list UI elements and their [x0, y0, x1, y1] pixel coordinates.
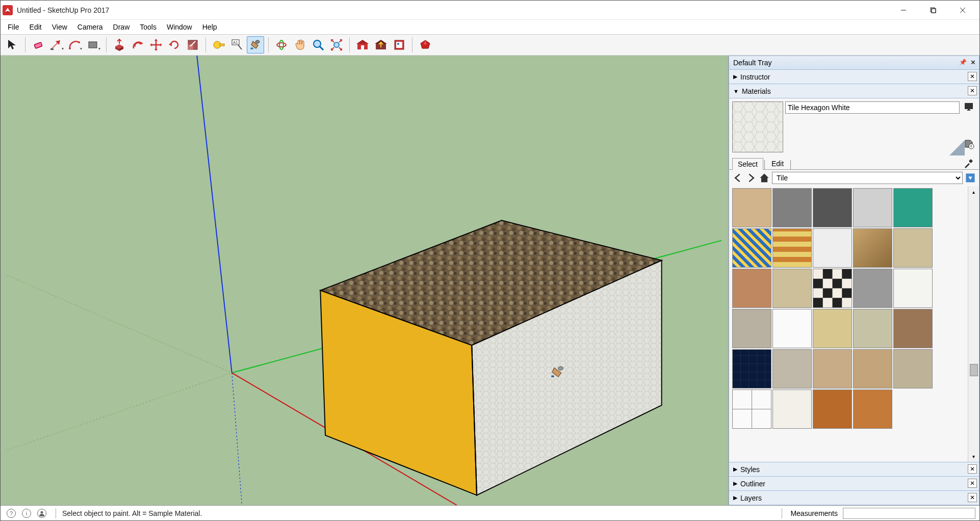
menu-window[interactable]: Window [162, 21, 197, 33]
material-swatch[interactable] [893, 228, 933, 268]
rotate-tool[interactable] [166, 36, 183, 54]
measurements-label: Measurements [785, 509, 843, 517]
close-button[interactable] [948, 1, 977, 20]
measurements-input[interactable] [843, 508, 975, 519]
scroll-down-button[interactable]: ▾ [969, 452, 978, 461]
tray-title[interactable]: Default Tray 📌 ✕ [729, 56, 979, 70]
menu-help[interactable]: Help [197, 21, 222, 33]
tab-edit[interactable]: Edit [766, 158, 789, 169]
material-swatch[interactable] [893, 269, 933, 308]
material-swatch[interactable] [772, 228, 812, 268]
nav-back-button[interactable] [732, 172, 743, 184]
material-swatch[interactable] [772, 389, 812, 429]
material-swatch[interactable] [893, 188, 933, 227]
pin-icon[interactable]: 📌 [959, 59, 967, 66]
material-name-input[interactable] [785, 101, 960, 114]
arc-tool[interactable]: ▾ [66, 36, 84, 54]
eraser-tool[interactable] [30, 36, 47, 54]
material-swatch[interactable] [732, 349, 771, 388]
menu-view[interactable]: View [47, 21, 72, 33]
pan-tool[interactable] [291, 36, 308, 54]
scroll-up-button[interactable]: ▴ [969, 187, 978, 196]
statusbar: ? i Select object to paint. Alt = Sample… [1, 505, 979, 520]
material-swatch[interactable] [853, 228, 892, 268]
paint-tool[interactable] [247, 36, 264, 54]
svg-rect-12 [50, 48, 54, 50]
resize-corner-icon[interactable] [949, 140, 965, 155]
tab-select[interactable]: Select [732, 158, 763, 170]
help-icon[interactable]: ? [7, 509, 16, 518]
material-swatch[interactable] [813, 228, 852, 268]
svg-rect-26 [188, 44, 193, 49]
material-swatch[interactable] [813, 188, 852, 227]
instructor-close-button[interactable]: ✕ [968, 72, 977, 81]
nav-forward-button[interactable] [745, 172, 757, 184]
scale-tool[interactable] [184, 36, 201, 54]
layers-close-button[interactable]: ✕ [968, 493, 977, 502]
info-icon[interactable]: i [22, 509, 31, 518]
menu-file[interactable]: File [3, 21, 24, 33]
material-swatch[interactable] [732, 269, 771, 308]
material-swatch[interactable] [813, 389, 852, 429]
zoom-tool[interactable] [310, 36, 327, 54]
material-swatch[interactable] [813, 309, 852, 348]
material-swatch[interactable] [893, 349, 933, 388]
material-swatch[interactable] [772, 349, 812, 388]
material-swatch[interactable] [853, 269, 892, 308]
styles-close-button[interactable]: ✕ [968, 464, 977, 474]
layers-panel-head[interactable]: ▶ Layers ✕ [729, 491, 979, 505]
text-tool[interactable]: A1 [228, 36, 246, 54]
select-tool[interactable] [4, 36, 21, 54]
line-tool[interactable]: ▾ [48, 36, 65, 54]
pushpull-tool[interactable] [111, 36, 128, 54]
material-swatch[interactable] [853, 309, 892, 348]
minimize-button[interactable] [889, 1, 918, 20]
move-tool[interactable] [147, 36, 165, 54]
library-menu-button[interactable] [965, 172, 976, 184]
materials-close-button[interactable]: ✕ [968, 86, 977, 95]
material-swatch[interactable] [732, 228, 771, 268]
menu-tools[interactable]: Tools [135, 21, 162, 33]
create-material-button[interactable]: + [963, 138, 974, 149]
material-swatch[interactable] [893, 309, 933, 348]
display-secondary-button[interactable] [963, 101, 974, 113]
home-icon[interactable] [759, 172, 770, 184]
menu-camera[interactable]: Camera [72, 21, 108, 33]
materials-panel-head[interactable]: ▼ Materials ✕ [729, 84, 979, 98]
outliner-panel-head[interactable]: ▶ Outliner ✕ [729, 477, 979, 491]
material-swatch[interactable] [732, 389, 771, 429]
material-swatch[interactable] [813, 269, 852, 308]
material-swatch[interactable] [853, 389, 892, 429]
outliner-close-button[interactable]: ✕ [968, 479, 977, 488]
material-swatch[interactable] [772, 309, 812, 348]
material-swatch[interactable] [853, 349, 892, 388]
material-swatch[interactable] [813, 349, 852, 388]
layout-tool[interactable] [391, 36, 408, 54]
shape-tool[interactable]: ▾ [85, 36, 102, 54]
materials-scrollbar[interactable]: ▴ ▾ [968, 186, 979, 462]
zoom-extents-tool[interactable] [328, 36, 345, 54]
material-swatch[interactable] [732, 188, 771, 227]
styles-panel-head[interactable]: ▶ Styles ✕ [729, 462, 979, 477]
material-preview[interactable] [732, 101, 783, 152]
viewport[interactable] [1, 56, 729, 505]
offset-tool[interactable] [129, 36, 146, 54]
material-swatch[interactable] [853, 188, 892, 227]
menu-edit[interactable]: Edit [24, 21, 47, 33]
user-icon[interactable] [37, 509, 46, 518]
maximize-button[interactable] [918, 1, 948, 20]
eyedropper-icon[interactable] [963, 158, 974, 169]
ruby-tool[interactable] [417, 36, 434, 54]
warehouse-get-tool[interactable] [354, 36, 371, 54]
material-swatch[interactable] [772, 269, 812, 308]
scroll-thumb[interactable] [970, 364, 978, 376]
tape-tool[interactable] [210, 36, 227, 54]
material-swatch[interactable] [732, 309, 771, 348]
warehouse-share-tool[interactable] [372, 36, 390, 54]
material-swatch[interactable] [772, 188, 812, 227]
menu-draw[interactable]: Draw [108, 21, 135, 33]
tray-close-button[interactable]: ✕ [969, 59, 977, 67]
instructor-panel-head[interactable]: ▶ Instructor ✕ [729, 70, 979, 84]
library-select[interactable]: Tile [772, 172, 963, 184]
orbit-tool[interactable] [273, 36, 290, 54]
